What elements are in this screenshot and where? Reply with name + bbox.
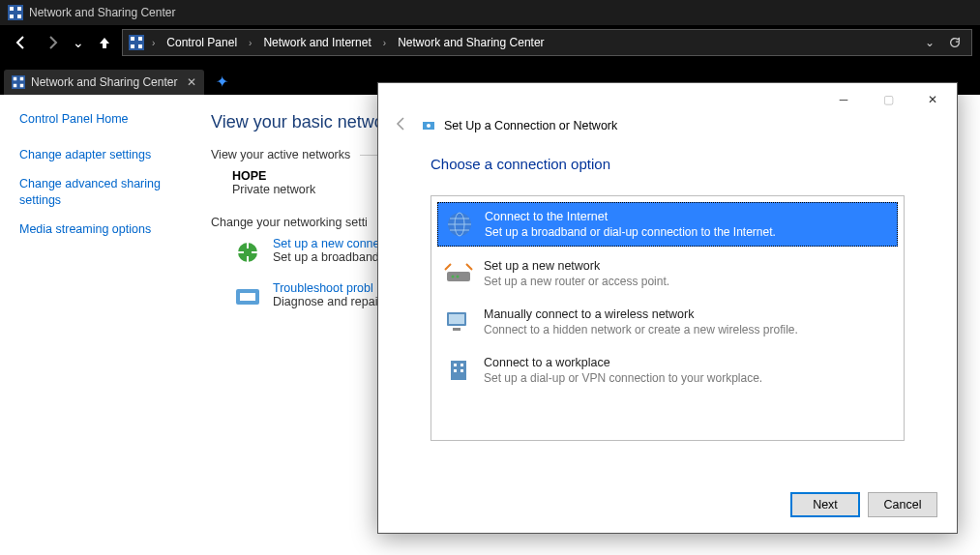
- svg-point-24: [457, 276, 460, 278]
- back-arrow-icon[interactable]: [394, 116, 409, 134]
- sidebar-link-advanced[interactable]: Change advanced sharing settings: [19, 176, 192, 210]
- recent-dropdown[interactable]: ⌄: [70, 29, 87, 56]
- svg-rect-26: [449, 314, 464, 324]
- address-dropdown[interactable]: ⌄: [919, 32, 940, 53]
- breadcrumb-item[interactable]: Control Panel: [163, 34, 241, 51]
- address-box[interactable]: › Control Panel › Network and Internet ›…: [122, 29, 972, 56]
- up-button[interactable]: [91, 29, 118, 56]
- app-icon: [8, 5, 23, 20]
- svg-point-19: [427, 124, 431, 128]
- svg-rect-1: [10, 7, 14, 11]
- maximize-button[interactable]: ▢: [866, 85, 910, 114]
- svg-point-23: [452, 276, 455, 278]
- svg-rect-28: [451, 361, 466, 380]
- connection-icon: [232, 237, 263, 268]
- option-title: Set up a new network: [484, 258, 669, 275]
- svg-rect-13: [14, 84, 17, 88]
- breadcrumb-item[interactable]: Network and Internet: [259, 34, 374, 51]
- option-desc: Set up a dial-up or VPN connection to yo…: [484, 371, 762, 385]
- svg-rect-12: [20, 77, 24, 81]
- chevron-icon: ›: [152, 38, 155, 48]
- next-button[interactable]: Next: [790, 492, 860, 517]
- svg-rect-29: [454, 364, 457, 366]
- setup-connection-dialog: ─ ▢ ✕ Set Up a Connection or Network Cho…: [377, 82, 958, 534]
- tab-icon: [12, 75, 25, 89]
- svg-rect-11: [14, 77, 17, 81]
- control-panel-home-link[interactable]: Control Panel Home: [19, 112, 192, 126]
- back-button[interactable]: [8, 29, 35, 56]
- svg-rect-6: [131, 37, 134, 41]
- option-manual-wireless[interactable]: Manually connect to a wireless network C…: [437, 301, 898, 343]
- svg-rect-8: [131, 44, 134, 48]
- sidebar-link-media[interactable]: Media streaming options: [19, 221, 192, 239]
- action-desc: Diagnose and repai: [273, 295, 377, 308]
- troubleshoot-icon: [232, 281, 263, 312]
- tab-label: Network and Sharing Center: [31, 75, 177, 89]
- dialog-header: Set Up a Connection or Network: [378, 116, 957, 146]
- action-desc: Set up a broadband: [273, 250, 380, 264]
- minimize-button[interactable]: ─: [821, 85, 866, 114]
- svg-rect-4: [17, 15, 21, 18]
- option-desc: Set up a broadband or dial-up connection…: [485, 225, 776, 239]
- svg-rect-30: [460, 364, 463, 366]
- monitor-icon: [443, 307, 474, 337]
- sidebar: Control Panel Home Change adapter settin…: [0, 95, 211, 555]
- dialog-footer: Next Cancel: [378, 477, 957, 533]
- options-list: Connect to the Internet Set up a broadba…: [431, 195, 905, 441]
- tab-network-sharing[interactable]: Network and Sharing Center ✕: [4, 70, 204, 95]
- new-tab-button[interactable]: ✦: [208, 69, 236, 95]
- breadcrumb-item[interactable]: Network and Sharing Center: [394, 34, 548, 51]
- forward-button[interactable]: [39, 29, 66, 56]
- dialog-title: Set Up a Connection or Network: [444, 119, 617, 132]
- chevron-icon: ›: [383, 38, 386, 48]
- svg-rect-32: [460, 369, 463, 372]
- window-titlebar: Network and Sharing Center: [0, 0, 980, 25]
- svg-rect-7: [138, 37, 142, 41]
- dialog-titlebar: ─ ▢ ✕: [378, 83, 957, 116]
- address-bar: ⌄ › Control Panel › Network and Internet…: [0, 25, 980, 60]
- tab-close-icon[interactable]: ✕: [187, 75, 196, 89]
- option-new-network[interactable]: Set up a new network Set up a new router…: [437, 252, 898, 295]
- window-title: Network and Sharing Center: [29, 6, 175, 19]
- option-title: Manually connect to a wireless network: [484, 307, 798, 323]
- svg-rect-9: [138, 44, 142, 48]
- location-icon: [129, 35, 144, 50]
- svg-rect-27: [453, 328, 460, 331]
- router-icon: [443, 258, 474, 289]
- chevron-icon: ›: [249, 38, 252, 48]
- svg-rect-14: [20, 84, 24, 88]
- action-title: Troubleshoot probl: [273, 281, 377, 295]
- svg-rect-2: [17, 7, 21, 11]
- option-title: Connect to the Internet: [485, 209, 776, 225]
- svg-rect-3: [10, 15, 14, 18]
- refresh-button[interactable]: [944, 32, 965, 53]
- option-desc: Set up a new router or access point.: [484, 275, 669, 288]
- option-title: Connect to a workplace: [484, 355, 762, 371]
- building-icon: [443, 355, 474, 386]
- dialog-heading: Choose a connection option: [431, 156, 905, 172]
- cancel-button[interactable]: Cancel: [868, 492, 937, 517]
- svg-rect-31: [454, 369, 457, 372]
- dialog-body: Choose a connection option Connect to th…: [378, 146, 957, 477]
- option-workplace[interactable]: Connect to a workplace Set up a dial-up …: [437, 349, 898, 392]
- sidebar-link-adapter[interactable]: Change adapter settings: [19, 147, 192, 164]
- close-button[interactable]: ✕: [910, 85, 955, 114]
- wizard-icon: [421, 118, 436, 133]
- globe-icon: [444, 209, 475, 240]
- option-desc: Connect to a hidden network or create a …: [484, 323, 798, 336]
- svg-rect-17: [240, 293, 255, 301]
- option-connect-internet[interactable]: Connect to the Internet Set up a broadba…: [437, 202, 898, 247]
- action-title: Set up a new conne: [273, 237, 380, 250]
